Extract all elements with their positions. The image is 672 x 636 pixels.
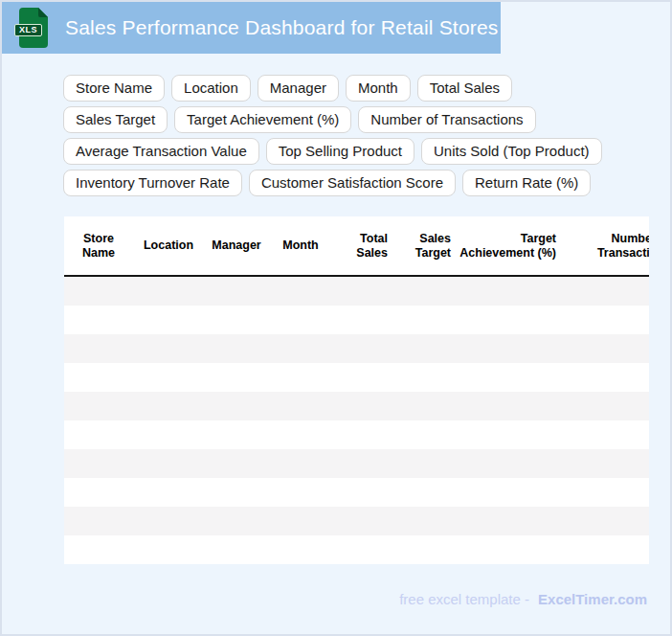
field-chip[interactable]: Manager — [258, 75, 339, 102]
field-chip[interactable]: Top Selling Product — [266, 138, 414, 165]
column-header: Month — [273, 238, 332, 253]
table-row — [64, 392, 649, 420]
column-header: Total Sales — [332, 232, 393, 261]
field-chip[interactable]: Month — [346, 75, 411, 102]
table-body — [64, 277, 649, 564]
table-row — [64, 277, 649, 306]
field-chip[interactable]: Average Transaction Value — [63, 138, 259, 165]
table-row — [64, 535, 649, 564]
data-table: Store NameLocationManagerMonthTotal Sale… — [64, 216, 649, 564]
template-preview-card: XLS Sales Performance Dashboard for Reta… — [0, 0, 672, 636]
column-header: Location — [137, 238, 204, 253]
field-tags: Store NameLocationManagerMonthTotal Sale… — [63, 75, 616, 196]
column-header: Manager — [204, 238, 273, 253]
column-header: Sales Target — [393, 232, 457, 261]
column-header: Number of Transactions — [562, 232, 649, 261]
table-header-row: Store NameLocationManagerMonthTotal Sale… — [64, 216, 649, 277]
brand-link[interactable]: ExcelTimer.com — [538, 591, 647, 607]
table-row — [64, 334, 649, 363]
table-row — [64, 449, 649, 478]
field-chip[interactable]: Sales Target — [63, 106, 168, 133]
table-row — [64, 507, 649, 535]
table-row — [64, 363, 649, 392]
table-row — [64, 420, 649, 449]
footer-credit: free excel template -ExcelTimer.com — [399, 591, 647, 607]
field-chip[interactable]: Store Name — [63, 75, 165, 102]
field-chip[interactable]: Location — [171, 75, 251, 102]
field-chip[interactable]: Customer Satisfaction Score — [249, 170, 456, 196]
column-header: Store Name — [64, 232, 137, 261]
field-chip[interactable]: Inventory Turnover Rate — [63, 170, 242, 196]
xls-file-icon: XLS — [19, 8, 50, 48]
title-bar: XLS Sales Performance Dashboard for Reta… — [2, 2, 501, 54]
field-chip[interactable]: Target Achievement (%) — [174, 106, 351, 133]
field-chip[interactable]: Total Sales — [417, 75, 512, 102]
footer-credit-text: free excel template - — [399, 591, 529, 607]
column-header: Target Achievement (%) — [457, 232, 562, 261]
field-chip[interactable]: Units Sold (Top Product) — [421, 138, 602, 165]
field-chip[interactable]: Return Rate (%) — [462, 170, 591, 196]
xls-badge-label: XLS — [14, 24, 42, 36]
page-title: Sales Performance Dashboard for Retail S… — [65, 16, 499, 39]
field-chip[interactable]: Number of Transactions — [358, 106, 535, 133]
table-row — [64, 478, 649, 507]
table-row — [64, 306, 649, 334]
